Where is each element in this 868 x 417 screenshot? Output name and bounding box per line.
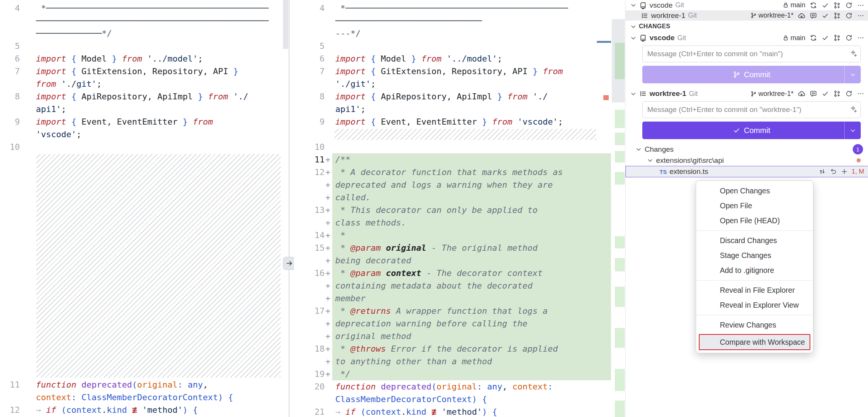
code-line[interactable]: 11+/** [294, 153, 611, 166]
commit-check-icon[interactable] [821, 90, 829, 97]
code-line[interactable]: 8import { ApiRepository, ApiImpl } from … [0, 90, 289, 103]
menu-item-stage-changes[interactable]: Stage Changes [696, 248, 813, 263]
code-line[interactable]: 9import { Event, EventEmitter } from 'vs… [294, 115, 611, 128]
branch-create-icon[interactable] [833, 12, 841, 19]
code-line[interactable]: 12→ if (context.kind ≢ 'method') { [0, 404, 289, 416]
code-line[interactable]: from './git'; [0, 78, 289, 90]
code-line[interactable]: +being decorated [294, 254, 611, 267]
code-line[interactable]: +containing metadata about the decorated [294, 279, 611, 292]
code-line[interactable]: 16+ * @param context - The decorator con… [294, 267, 611, 279]
sync-icon[interactable] [810, 34, 817, 42]
overview-ruler[interactable] [611, 0, 625, 417]
code-line[interactable]: 17+ * @returns A wrapper function that l… [294, 305, 611, 317]
menu-item-review-changes[interactable]: Review Changes [696, 318, 813, 333]
branch-create-icon[interactable] [833, 2, 841, 9]
code-line[interactable]: +to anything other than a method [294, 355, 611, 368]
commit-check-icon[interactable] [821, 34, 829, 42]
discard-changes-icon[interactable] [829, 168, 837, 175]
branch-indicator[interactable]: main [782, 1, 805, 9]
menu-item-add-to-gitignore[interactable]: Add to .gitignore [696, 263, 813, 278]
code-line[interactable]: +class methods. [294, 216, 611, 229]
sync-icon[interactable] [810, 2, 817, 9]
more-actions-icon[interactable] [857, 2, 865, 9]
sparkle-icon[interactable] [850, 105, 857, 113]
branch-indicator[interactable]: worktree-1* [750, 11, 794, 19]
code-line[interactable]: 15+ * @param original - The original met… [294, 242, 611, 254]
more-actions-icon[interactable] [857, 34, 865, 42]
chevron-down-icon[interactable] [850, 127, 856, 134]
left-editor-scrollbar[interactable] [283, 0, 288, 49]
folder-row-api[interactable]: extensions\git\src\api [626, 155, 868, 166]
commit-message-input-worktree[interactable] [642, 101, 861, 118]
code-line[interactable]: 'vscode'; [0, 128, 289, 141]
commit-message-input-main[interactable] [642, 45, 861, 62]
code-line[interactable]: 13+ * This decorator can only be applied… [294, 204, 611, 216]
repo-row-vscode[interactable]: vscode Git main [626, 0, 868, 10]
code-line[interactable]: 20function deprecated(original: any, con… [294, 380, 611, 393]
changes-group-row[interactable]: Changes 1 [626, 144, 868, 155]
code-line[interactable]: 21→ if (context.kind ≢ 'method') { [294, 406, 611, 417]
refresh-icon[interactable] [845, 34, 853, 42]
publish-icon[interactable] [798, 12, 805, 19]
code-line[interactable]: './git'; [294, 78, 611, 90]
code-line[interactable]: 4 *─────────────────────────────────────… [0, 2, 289, 15]
diff-left-editor[interactable]: 4 *─────────────────────────────────────… [0, 0, 289, 417]
branch-indicator[interactable]: main [782, 34, 805, 42]
code-line[interactable]: 18+ * @throws Error if the decorator is … [294, 342, 611, 355]
code-line[interactable]: 14+ * [294, 229, 611, 242]
repo-row-worktree-1[interactable]: worktree-1 Git worktree-1* [626, 10, 868, 21]
code-line[interactable]: 6import { Model } from '../model'; [0, 52, 289, 65]
code-line[interactable]: ───────────────────────────── [294, 15, 611, 27]
code-line[interactable]: 10 [294, 141, 611, 153]
menu-item-discard-changes[interactable]: Discard Changes [696, 233, 813, 248]
code-line[interactable]: 8import { ApiRepository, ApiImpl } from … [294, 90, 611, 103]
more-actions-icon[interactable] [857, 90, 865, 97]
diff-right-editor[interactable]: 4 *─────────────────────────────────────… [294, 0, 611, 417]
menu-item-reveal-in-explorer-view[interactable]: Reveal in Explorer View [696, 298, 813, 313]
chevron-down-icon[interactable] [630, 35, 637, 41]
code-line[interactable]: 12+ * A decorator function that marks me… [294, 166, 611, 178]
code-line[interactable]: 9import { Event, EventEmitter } from [0, 115, 289, 128]
code-line[interactable]: +original method [294, 330, 611, 342]
code-line[interactable]: 4 *─────────────────────────────────────… [294, 2, 611, 15]
section-repo-vscode[interactable]: vscode Git main [626, 32, 868, 44]
commit-check-icon[interactable] [821, 2, 829, 9]
code-line[interactable]: +deprecation warning before calling the [294, 317, 611, 330]
menu-item-open-changes[interactable]: Open Changes [696, 183, 813, 198]
menu-item-reveal-in-file-explorer[interactable]: Reveal in File Explorer [696, 283, 813, 298]
code-line[interactable]: 5 [294, 40, 611, 52]
menu-item-open-file-head-[interactable]: Open File (HEAD) [696, 213, 813, 228]
branch-create-icon[interactable] [833, 34, 841, 42]
code-line[interactable]: 10 [0, 141, 289, 153]
stage-changes-icon[interactable] [841, 168, 848, 175]
branch-create-icon[interactable] [833, 90, 841, 97]
code-line[interactable]: 7import { GitExtension, Repository, API … [294, 65, 611, 78]
open-changes-icon[interactable] [818, 168, 826, 175]
commit-button-worktree[interactable]: Commit [642, 122, 861, 139]
diff-sash[interactable] [289, 0, 289, 417]
chevron-down-icon[interactable] [635, 146, 642, 153]
code-line[interactable]: +deprecated and logs a warning when they… [294, 178, 611, 191]
commit-button-main[interactable]: Commit [642, 66, 861, 83]
code-line[interactable]: ─────────────*/ [0, 27, 289, 40]
comment-code-icon[interactable] [810, 12, 817, 19]
code-line[interactable]: ClassMemberDecoratorContext) { [294, 393, 611, 406]
code-line[interactable]: context: ClassMemberDecoratorContext) { [0, 391, 289, 404]
changes-section-header[interactable]: CHANGES [626, 21, 868, 32]
code-line[interactable]: 7import { GitExtension, Repository, API … [0, 65, 289, 78]
publish-icon[interactable] [798, 90, 805, 97]
code-line[interactable]: 19+ */ [294, 368, 611, 380]
chevron-down-icon[interactable] [850, 71, 856, 78]
comment-code-icon[interactable] [810, 90, 817, 97]
refresh-icon[interactable] [845, 2, 853, 9]
code-line[interactable]: +member [294, 292, 611, 305]
section-repo-worktree-1[interactable]: worktree-1 Git worktree-1* [626, 88, 868, 99]
code-line[interactable]: 11function deprecated(original: any, [0, 378, 289, 391]
code-line[interactable]: 6import { Model } from '../model'; [294, 52, 611, 65]
refresh-icon[interactable] [845, 12, 853, 19]
menu-item-open-file[interactable]: Open File [696, 198, 813, 213]
more-actions-icon[interactable] [857, 12, 865, 19]
sparkle-icon[interactable] [850, 49, 857, 57]
code-line[interactable]: ────────────────────────────────────────… [0, 15, 289, 27]
branch-indicator[interactable]: worktree-1* [750, 90, 794, 98]
